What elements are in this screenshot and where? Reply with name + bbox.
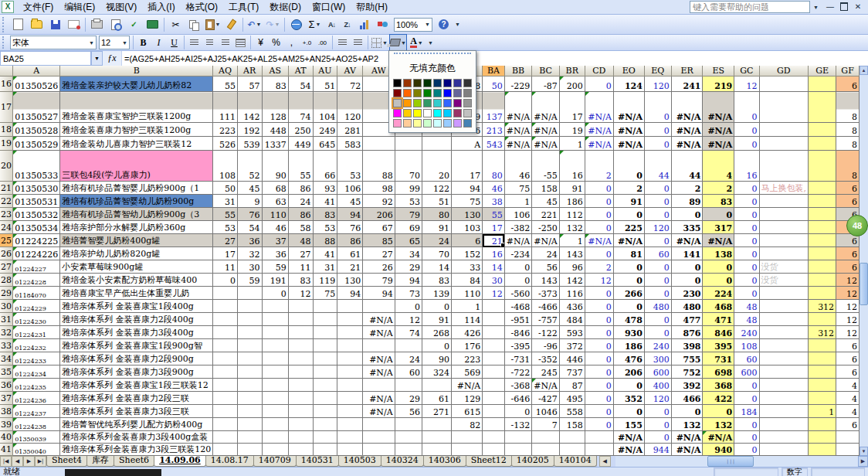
cell-GD24[interactable] — [759, 221, 809, 234]
cell-AY33[interactable]: 0 — [422, 339, 452, 352]
color-swatch-0-1[interactable] — [403, 79, 412, 87]
cell-AR25[interactable]: 36 — [237, 234, 262, 247]
row-header-27[interactable]: 27 — [0, 260, 13, 274]
cell-B31[interactable]: 雅培亲体系列 金装喜康力2段400g — [60, 313, 213, 326]
cell-A23[interactable]: 01350532 — [13, 208, 60, 221]
cell-EQ24[interactable]: 120 — [644, 221, 671, 234]
cell-BR39[interactable]: 158 — [559, 418, 585, 431]
cell-ER41[interactable]: #N/A — [671, 444, 703, 456]
cell-AR21[interactable]: 45 — [237, 182, 262, 195]
cell-B33[interactable]: 雅培亲体系列 金装喜康宝1段900g智 — [60, 339, 213, 352]
cell-ES41[interactable]: 940 — [703, 444, 734, 456]
cell-EQ32[interactable]: 0 — [644, 326, 671, 339]
color-swatch-0-6[interactable] — [453, 79, 462, 87]
cell-AY19[interactable] — [422, 137, 452, 151]
cell-ER25[interactable]: #N/A — [671, 234, 703, 247]
color-swatch-3-5[interactable] — [443, 109, 452, 117]
cell-GE20[interactable] — [809, 151, 836, 182]
cell-BC17[interactable]: #N/A — [532, 92, 560, 123]
cell-AX36[interactable] — [395, 379, 422, 392]
cell-BA33[interactable] — [483, 339, 505, 352]
cell-GC30[interactable]: 48 — [734, 300, 759, 313]
cell-BC29[interactable]: -373 — [532, 287, 560, 300]
cell-GD17[interactable] — [759, 92, 809, 123]
cell-ES18[interactable]: #N/A — [703, 123, 734, 137]
cell-BA28[interactable]: 30 — [483, 274, 505, 287]
cell-AU36[interactable] — [313, 379, 337, 392]
cell-GD34[interactable] — [759, 352, 809, 366]
cell-CD33[interactable]: 0 — [585, 339, 613, 352]
cell-EQ18[interactable]: 0 — [644, 123, 671, 137]
cell-GE22[interactable] — [809, 195, 836, 208]
cell-CD34[interactable]: 0 — [585, 352, 613, 366]
col-header-GF[interactable]: GF — [836, 66, 860, 76]
cell-AU19[interactable]: 645 — [313, 137, 337, 151]
row-header-29[interactable]: 29 — [0, 287, 13, 300]
cell-GE19[interactable] — [809, 137, 836, 151]
cell-GC22[interactable]: 0 — [734, 195, 759, 208]
cell-EO41[interactable]: #N/A — [613, 444, 644, 456]
cell-B38[interactable]: 雅培亲体系列 金装喜康力3段三联 — [60, 405, 213, 418]
cell-ER18[interactable]: #N/A — [671, 123, 703, 137]
row-header-17[interactable]: 17 — [0, 92, 13, 123]
cell-ES34[interactable]: 731 — [703, 352, 734, 366]
cell-BB17[interactable]: #N/A — [504, 92, 532, 123]
cell-BR30[interactable]: 436 — [559, 300, 585, 313]
cell-AZ20[interactable]: 17 — [452, 151, 483, 182]
cell-AV24[interactable]: 76 — [337, 221, 363, 234]
cell-EQ16[interactable]: 120 — [644, 76, 671, 92]
cell-AU33[interactable] — [313, 339, 337, 352]
cell-ER39[interactable]: 132 — [671, 418, 703, 431]
cell-AQ24[interactable]: 53 — [213, 221, 238, 234]
cell-A21[interactable]: 01350530 — [13, 182, 60, 195]
cell-AS28[interactable]: 191 — [262, 274, 288, 287]
color-swatch-2-4[interactable] — [433, 99, 442, 107]
cell-AS31[interactable] — [262, 313, 288, 326]
cell-AW39[interactable] — [363, 418, 395, 431]
cell-AS20[interactable]: 90 — [262, 151, 288, 182]
menu-item-8[interactable]: 窗口(W) — [307, 0, 351, 15]
cell-EQ19[interactable]: 0 — [644, 137, 671, 151]
cell-AZ24[interactable]: 103 — [452, 221, 483, 234]
last-sheet-icon[interactable]: ▶| — [35, 456, 46, 467]
cell-AX19[interactable] — [395, 137, 422, 151]
cell-A16[interactable]: 01350526 — [13, 76, 60, 92]
col-header-AU[interactable]: AU — [313, 66, 337, 76]
cell-A30[interactable]: 01224229 — [13, 300, 60, 313]
color-swatch-3-6[interactable] — [453, 109, 462, 117]
cell-BA35[interactable] — [483, 366, 505, 379]
cell-GE18[interactable] — [809, 123, 836, 137]
cell-ES17[interactable]: #N/A — [703, 92, 734, 123]
cell-AZ33[interactable]: 176 — [452, 339, 483, 352]
row-header-41[interactable]: 41 — [0, 444, 13, 456]
print-preview-button[interactable] — [107, 15, 124, 33]
cell-AQ35[interactable] — [213, 366, 238, 379]
cell-BR24[interactable]: 132 — [559, 221, 585, 234]
cell-EQ39[interactable]: 0 — [644, 418, 671, 431]
cell-EQ23[interactable]: 0 — [644, 208, 671, 221]
color-swatch-0-2[interactable] — [413, 79, 422, 87]
cell-ES19[interactable]: #N/A — [703, 137, 734, 151]
cell-CD17[interactable]: #N/A — [585, 92, 613, 123]
cell-BR35[interactable]: 737 — [559, 366, 585, 379]
cell-AS38[interactable] — [262, 405, 288, 418]
cell-AR18[interactable]: 192 — [237, 123, 262, 137]
cell-AR41[interactable] — [237, 444, 262, 456]
cell-AQ26[interactable]: 17 — [213, 247, 238, 260]
cell-GC34[interactable]: 60 — [734, 352, 759, 366]
cell-GC20[interactable]: 16 — [734, 151, 759, 182]
row-header-21[interactable]: 21 — [0, 182, 13, 195]
cell-AT17[interactable]: 74 — [288, 92, 313, 123]
cell-ES24[interactable]: 317 — [703, 221, 734, 234]
restore-button[interactable] — [839, 2, 849, 12]
cell-GE29[interactable] — [809, 287, 836, 300]
cell-AS22[interactable]: 63 — [262, 195, 288, 208]
cell-GE30[interactable]: 312 — [809, 300, 836, 313]
cell-GC23[interactable]: 0 — [734, 208, 759, 221]
col-header-B[interactable]: B — [60, 66, 213, 76]
cell-BB19[interactable]: #N/A — [504, 137, 532, 151]
sheet-tab-140503[interactable]: 140503 — [338, 456, 381, 467]
cell-AS37[interactable] — [262, 392, 288, 405]
cell-BR41[interactable] — [559, 444, 585, 456]
cell-AS32[interactable] — [262, 326, 288, 339]
